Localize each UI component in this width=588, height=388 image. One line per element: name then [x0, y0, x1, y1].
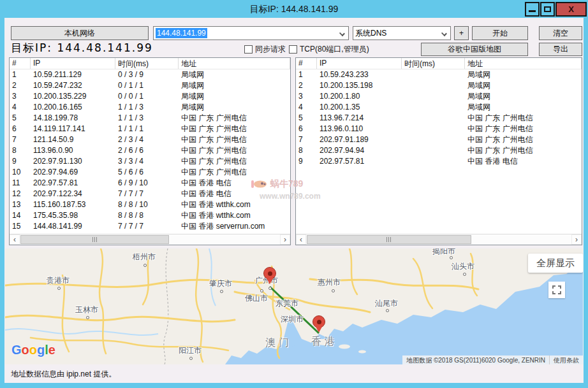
hop-address: 中国 广东 广州电信: [465, 124, 582, 134]
hop-number: 4: [296, 102, 317, 113]
map-city-label: 深圳市: [281, 314, 304, 325]
table-row[interactable]: 9202.97.57.81中国 香港 电信: [296, 156, 582, 167]
table-row[interactable]: 210.59.247.2320 / 1 / 1局域网: [10, 80, 290, 91]
hop-ip: 202.97.94.94: [317, 145, 402, 156]
hop-time: 1 / 1 / 3: [115, 102, 179, 113]
hop-number: 15: [10, 221, 31, 232]
horizontal-scrollbar[interactable]: ‹ ›: [296, 234, 582, 245]
hop-ip: 10.59.211.129: [31, 69, 115, 80]
hop-ip: 113.96.0.110: [317, 124, 402, 134]
hop-address: 局域网: [179, 80, 290, 91]
hop-time: [402, 124, 465, 134]
table-row[interactable]: 10202.97.94.695 / 6 / 6中国 广东 广州电信: [10, 167, 290, 178]
table-row[interactable]: 310.200.135.2290 / 0 / 1局域网: [10, 91, 290, 102]
table-row[interactable]: 13115.160.187.538 / 8 / 10中国 香港 wtthk.co…: [10, 199, 290, 210]
hop-number: 12: [10, 189, 31, 199]
hop-number: 2: [296, 80, 317, 91]
hop-ip: 10.200.1.35: [317, 102, 402, 113]
fullscreen-corners-button[interactable]: [548, 282, 565, 298]
hop-time: 5 / 6 / 6: [115, 167, 179, 178]
hop-time: [402, 91, 465, 102]
table-row[interactable]: 7202.97.91.189中国 广东 广州电信: [296, 134, 582, 145]
map-city-label: 佛山市: [245, 293, 268, 304]
hop-address: 中国 广东 广州电信: [179, 156, 290, 167]
hop-time: 0 / 3 / 9: [115, 69, 179, 80]
hop-time: 8 / 8 / 8: [115, 210, 179, 221]
table-row[interactable]: 15144.48.141.997 / 7 / 7中国 香港 serverrun.…: [10, 221, 290, 232]
checkbox-icon[interactable]: [244, 45, 253, 54]
sync-request-checkbox[interactable]: 同步请求: [244, 44, 286, 55]
app-window: 目标IP: 144.48.141.99 X 本机网络 144.48.141.99…: [0, 0, 588, 388]
clear-button[interactable]: 清空: [539, 26, 582, 40]
scrollbar-track[interactable]: [20, 234, 280, 245]
chevron-right-icon[interactable]: ›: [571, 234, 582, 245]
chevron-down-icon[interactable]: [441, 31, 447, 36]
table-row[interactable]: 8113.96.0.902 / 6 / 6中国 广东 广州电信: [10, 145, 290, 156]
hop-ip: 202.97.57.81: [31, 178, 115, 189]
map-city-label: 香港: [311, 335, 338, 348]
dns-combobox[interactable]: 系统DNS: [353, 26, 451, 40]
table-row[interactable]: 110.59.243.233局域网: [296, 69, 582, 80]
table-row[interactable]: 12202.97.122.347 / 7 / 7中国 香港 电信: [10, 189, 290, 199]
hop-number: 8: [10, 145, 31, 156]
table-row[interactable]: 5113.96.7.214中国 广东 广州电信: [296, 113, 582, 124]
table-row[interactable]: 614.119.117.1411 / 1 / 1中国 广东 广州电信: [10, 124, 290, 134]
chevron-right-icon[interactable]: ›: [280, 234, 290, 245]
table-row[interactable]: 11202.97.57.816 / 9 / 10中国 香港 电信: [10, 178, 290, 189]
chevron-left-icon[interactable]: ‹: [10, 234, 20, 245]
table-row[interactable]: 110.59.211.1290 / 3 / 9局域网: [10, 69, 290, 80]
map-canvas[interactable]: 梧州市贵港市玉林市肇庆市广州市佛山市东莞市惠州市深圳市汕尾市汕头市揭阳市阳江市澳…: [5, 248, 583, 364]
fullscreen-icon: [552, 285, 561, 294]
hop-address: 中国 广东 广州电信: [179, 124, 290, 134]
map-city-label: 梧州市: [133, 252, 156, 262]
sync-request-label: 同步请求: [255, 44, 286, 55]
hop-number: 5: [10, 113, 31, 124]
horizontal-scrollbar[interactable]: ‹ ›: [10, 234, 290, 245]
scrollbar-track[interactable]: [306, 234, 571, 245]
terms-link[interactable]: 使用条款: [549, 356, 583, 364]
city-dot-icon: [189, 357, 193, 360]
start-button[interactable]: 开始: [472, 26, 528, 40]
minimize-button[interactable]: [525, 2, 540, 17]
map-city-label: 澳门: [265, 336, 292, 350]
local-network-button[interactable]: 本机网络: [11, 26, 149, 40]
hop-ip: 202.97.91.130: [31, 156, 115, 167]
chevron-left-icon[interactable]: ‹: [296, 234, 306, 245]
hop-address: 局域网: [465, 102, 582, 113]
hop-address: 中国 香港 电信: [179, 178, 290, 189]
google-logo[interactable]: Google: [11, 343, 55, 357]
trace-table-right: #IP时间(ms)地址 110.59.243.233局域网210.200.135…: [295, 57, 582, 245]
table-row[interactable]: 410.200.16.1651 / 1 / 3局域网: [10, 102, 290, 113]
hop-number: 3: [10, 91, 31, 102]
table-row[interactable]: 514.18.199.781 / 1 / 3中国 广东 广州电信: [10, 113, 290, 124]
add-dns-button[interactable]: +: [454, 26, 469, 40]
google-cn-map-button[interactable]: 谷歌中国版地图: [421, 43, 528, 56]
fullscreen-button[interactable]: 全屏显示: [528, 254, 583, 273]
column-header: #: [10, 58, 31, 69]
hop-address: 中国 广东 广州电信: [179, 145, 290, 156]
status-text: 地址数据信息由 ipip.net 提供。: [11, 369, 116, 380]
tcp-checkbox[interactable]: TCP(80端口,管理员): [289, 44, 369, 55]
chevron-down-icon[interactable]: [339, 31, 345, 36]
scrollbar-thumb[interactable]: [20, 235, 169, 244]
table-row[interactable]: 210.200.135.198局域网: [296, 80, 582, 91]
table-row[interactable]: 14175.45.35.988 / 8 / 8中国 香港 wtthk.com: [10, 210, 290, 221]
map-attribution: 地图数据 ©2018 GS(2011)6020 Google, ZENRIN: [402, 356, 549, 364]
close-button[interactable]: X: [555, 2, 587, 17]
table-row[interactable]: 310.200.1.80局域网: [296, 91, 582, 102]
title-bar[interactable]: 目标IP: 144.48.141.99 X: [0, 0, 588, 18]
table-row[interactable]: 410.200.1.35局域网: [296, 102, 582, 113]
column-header: #: [296, 58, 317, 69]
table-row[interactable]: 6113.96.0.110中国 广东 广州电信: [296, 124, 582, 134]
export-button[interactable]: 导出: [539, 43, 582, 56]
table-row[interactable]: 9202.97.91.1303 / 3 / 4中国 广东 广州电信: [10, 156, 290, 167]
hop-ip: 115.160.187.53: [31, 199, 115, 210]
target-ip-combobox[interactable]: 144.48.141.99: [153, 26, 349, 40]
table-row[interactable]: 8202.97.94.94中国 广东 广州电信: [296, 145, 582, 156]
checkbox-icon[interactable]: [289, 45, 297, 54]
scrollbar-thumb[interactable]: [307, 235, 471, 244]
window-title: 目标IP: 144.48.141.99: [0, 4, 588, 15]
maximize-button[interactable]: [540, 2, 555, 17]
hop-ip: 175.45.35.98: [31, 210, 115, 221]
table-row[interactable]: 7121.14.50.92 / 3 / 4中国 广东 广州电信: [10, 134, 290, 145]
